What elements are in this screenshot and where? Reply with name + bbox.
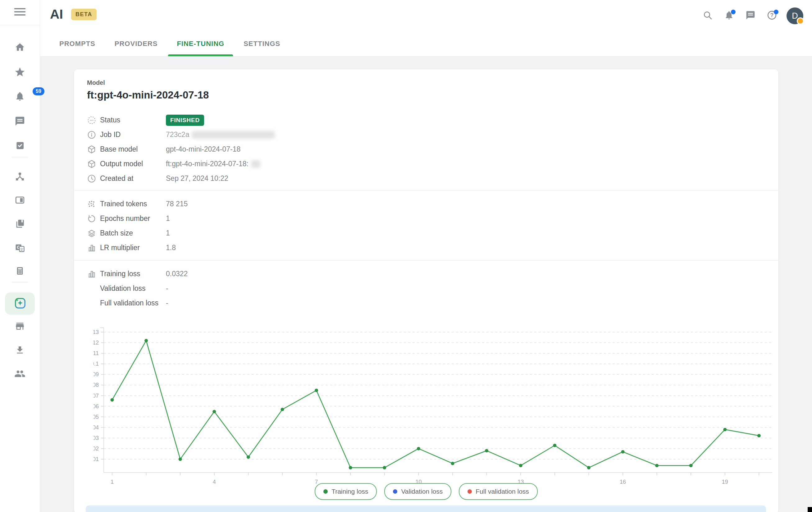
- chart-point: [383, 466, 386, 470]
- sidebar-item-tasks[interactable]: [0, 136, 40, 155]
- chart-point: [144, 339, 148, 342]
- chart-point: [281, 408, 284, 411]
- sidebar-item-translate[interactable]: G文: [0, 238, 40, 258]
- model-info-rows: Status FINISHED Job ID 723c2a Base model…: [87, 113, 765, 186]
- search-icon: [703, 10, 713, 22]
- sidebar-item-home[interactable]: [0, 37, 40, 57]
- sidebar-item-users[interactable]: [0, 364, 40, 384]
- info-icon: [87, 130, 100, 140]
- star-icon: [14, 66, 26, 78]
- loss-chart-area: 0.010.020.030.040.050.060.070.080.090.10…: [93, 323, 777, 488]
- device-hub-icon: [14, 171, 25, 182]
- sidebar-item-hub[interactable]: [0, 167, 40, 187]
- help-dot: [774, 10, 779, 14]
- epochs-value: 1: [166, 215, 170, 223]
- bar-chart-icon: [87, 243, 100, 253]
- sidebar-item-ai-active[interactable]: [5, 292, 35, 315]
- job-id-value: 723c2a: [166, 131, 189, 139]
- sidebar: 59 G文: [0, 0, 40, 512]
- tab-fine-tuning[interactable]: FINE-TUNING: [175, 31, 226, 56]
- row-output-model: Output model ft:gpt-4o-mini-2024-07-18:: [87, 157, 765, 171]
- y-tick-label: 0.06: [93, 403, 99, 409]
- trained-tokens-value: 78 215: [166, 200, 187, 208]
- redacted-job-id: [192, 131, 275, 139]
- created-at-value: Sep 27, 2024 10:22: [166, 174, 228, 183]
- chart-point: [451, 462, 455, 465]
- row-validation-loss: Validation loss -: [87, 281, 765, 296]
- notification-dot: [731, 10, 735, 14]
- search-button[interactable]: [701, 9, 715, 23]
- ai-sparkle-icon: [13, 296, 27, 311]
- notifications-button[interactable]: [722, 9, 736, 23]
- sidebar-item-store[interactable]: [0, 316, 40, 336]
- bell-icon: 59: [14, 91, 25, 102]
- sidebar-item-layout[interactable]: [0, 190, 40, 210]
- sidebar-item-library[interactable]: [0, 214, 40, 234]
- y-tick-label: 0.08: [93, 382, 99, 388]
- tab-providers[interactable]: PROVIDERS: [113, 31, 159, 56]
- tab-settings[interactable]: SETTINGS: [242, 31, 282, 56]
- legend-validation-loss[interactable]: Validation loss: [384, 483, 451, 500]
- y-tick-label: 0.05: [93, 414, 99, 420]
- download-icon: [15, 345, 25, 355]
- home-icon: [14, 42, 25, 53]
- app-logo: AI: [50, 7, 63, 22]
- legend-dot-green: [323, 489, 328, 494]
- card-divider: [74, 191, 779, 191]
- chart-point: [111, 398, 114, 402]
- chart-point: [315, 389, 318, 392]
- chart-point: [417, 447, 420, 450]
- chart-point: [689, 464, 693, 467]
- sidebar-item-notifications[interactable]: 59: [0, 86, 40, 106]
- help-button[interactable]: ?: [765, 9, 779, 23]
- sidebar-item-calculator[interactable]: [0, 261, 40, 281]
- store-icon: [14, 321, 25, 332]
- y-tick-label: 0.09: [93, 371, 99, 377]
- main-content: Model ft:gpt-4o-mini-2024-07-18 Status F…: [40, 56, 812, 512]
- sidebar-item-favorites[interactable]: [0, 62, 40, 82]
- y-tick-label: 0.13: [93, 329, 99, 335]
- layers-icon: [87, 229, 100, 238]
- library-icon: [14, 219, 25, 229]
- package-icon: [87, 145, 100, 154]
- output-model-value: ft:gpt-4o-mini-2024-07-18:: [166, 160, 249, 168]
- chart-point: [587, 466, 590, 470]
- grain-icon: [87, 199, 100, 209]
- avatar[interactable]: D: [786, 7, 803, 24]
- status-dot: [797, 18, 804, 25]
- batch-size-value: 1: [166, 229, 170, 237]
- chart-point: [553, 444, 556, 447]
- chart-point: [519, 464, 522, 467]
- chart-point: [621, 450, 625, 454]
- legend-full-validation-loss[interactable]: Full validation loss: [459, 483, 538, 500]
- status-badge: FINISHED: [166, 115, 204, 126]
- row-batch-size: Batch size 1: [87, 226, 765, 240]
- full-validation-loss-value: -: [166, 299, 168, 307]
- sidebar-item-downloads[interactable]: [0, 340, 40, 360]
- validation-loss-value: -: [166, 284, 168, 293]
- layout-panel-icon: [14, 195, 25, 205]
- task-check-icon: [15, 140, 25, 150]
- legend-training-loss[interactable]: Training loss: [315, 483, 377, 500]
- tab-prompts[interactable]: PROMPTS: [58, 31, 96, 56]
- beta-badge: BETA: [71, 9, 96, 20]
- row-status: Status FINISHED: [87, 113, 765, 127]
- training-loss-value: 0.0322: [166, 270, 187, 278]
- y-tick-label: 0.04: [93, 424, 99, 431]
- y-tick-label: 0.01: [93, 456, 99, 462]
- hamburger-menu-icon[interactable]: [14, 8, 26, 17]
- screen-artifact: [808, 507, 812, 512]
- svg-text:文: 文: [20, 247, 24, 252]
- row-job-id: Job ID 723c2a: [87, 127, 765, 142]
- sidebar-divider: [12, 282, 28, 282]
- status-icon: [87, 116, 100, 125]
- people-icon: [14, 368, 26, 379]
- feedback-button[interactable]: [744, 9, 757, 23]
- chart-point: [655, 464, 659, 467]
- sidebar-item-messages[interactable]: [0, 111, 40, 131]
- legend-dot-red: [467, 489, 472, 494]
- package-icon: [87, 160, 100, 169]
- chart-point: [723, 428, 727, 431]
- loss-rows: Training loss 0.0322 Validation loss - F…: [87, 266, 765, 310]
- y-tick-label: 0.02: [93, 446, 99, 452]
